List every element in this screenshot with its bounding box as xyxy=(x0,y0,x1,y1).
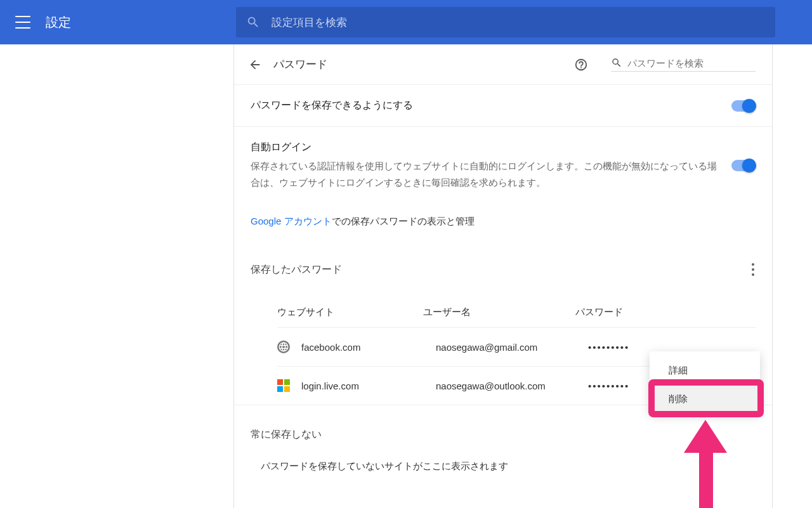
row-password-mask: ••••••••• xyxy=(588,342,690,353)
row-site: facebook.com xyxy=(301,342,436,353)
top-toolbar: 設定 設定項目を検索 xyxy=(0,0,812,44)
globe-icon xyxy=(277,341,290,353)
save-passwords-label: パスワードを保存できるようにする xyxy=(251,99,719,112)
settings-content: パスワード パスワードを保存できるようにする 自動ログイン 保存されている認証情… xyxy=(233,44,773,508)
page-title: パスワード xyxy=(273,57,327,72)
col-user: ユーザー名 xyxy=(423,306,575,318)
menu-item-delete[interactable]: 削除 xyxy=(650,385,760,414)
row-user: naosegawa@gmail.com xyxy=(436,342,588,353)
auto-signin-row: 自動ログイン 保存されている認証情報を使用してウェブサイトに自動的にログインしま… xyxy=(234,126,772,204)
menu-item-details[interactable]: 詳細 xyxy=(650,356,760,385)
saved-passwords-title: 保存したパスワード xyxy=(251,263,748,277)
col-password: パスワード xyxy=(575,306,677,318)
help-icon[interactable] xyxy=(574,58,588,72)
row-site: login.live.com xyxy=(301,381,436,391)
global-search[interactable]: 設定項目を検索 xyxy=(236,7,775,37)
password-table-header: ウェブサイト ユーザー名 パスワード xyxy=(277,297,756,327)
page-header: パスワード xyxy=(234,44,772,84)
auto-signin-desc: 保存されている認証情報を使用してウェブサイトに自動的にログインします。この機能が… xyxy=(251,158,719,190)
menu-icon[interactable] xyxy=(15,16,30,29)
search-icon xyxy=(611,57,622,68)
row-user: naosegawa@outlook.com xyxy=(436,381,588,391)
auto-signin-label: 自動ログイン xyxy=(251,141,719,154)
saved-passwords-more-icon[interactable] xyxy=(748,259,756,280)
google-account-suffix: での保存パスワードの表示と管理 xyxy=(332,216,475,226)
save-passwords-row: パスワードを保存できるようにする xyxy=(234,84,772,126)
row-context-menu: 詳細 削除 xyxy=(650,351,760,414)
never-save-title: 常に保存しない xyxy=(251,428,756,441)
auto-signin-toggle[interactable] xyxy=(731,160,756,171)
google-account-link-row: Google アカウントでの保存パスワードの表示と管理 xyxy=(234,204,772,243)
save-passwords-toggle[interactable] xyxy=(731,100,756,112)
password-search[interactable] xyxy=(611,57,756,72)
google-account-link[interactable]: Google アカウント xyxy=(251,216,332,226)
microsoft-icon xyxy=(277,379,290,392)
password-search-input[interactable] xyxy=(627,58,748,68)
search-icon xyxy=(246,15,260,29)
back-arrow-icon[interactable] xyxy=(248,58,262,72)
col-site: ウェブサイト xyxy=(277,306,423,318)
global-search-placeholder: 設定項目を検索 xyxy=(272,15,347,30)
app-title: 設定 xyxy=(46,14,71,31)
never-save-empty-text: パスワードを保存していないサイトがここに表示されます xyxy=(234,441,772,472)
